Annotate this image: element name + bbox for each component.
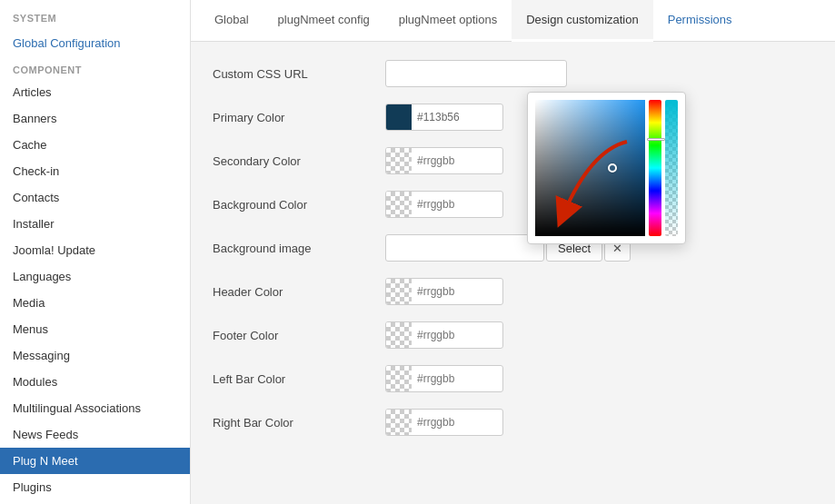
sidebar-item-banners[interactable]: Banners (0, 105, 190, 132)
tab-global[interactable]: Global (200, 0, 263, 42)
sidebar-item-plug-n-meet[interactable]: Plug N Meet (0, 448, 190, 474)
color-text-input-1[interactable] (412, 111, 493, 124)
sidebar-item-contacts[interactable]: Contacts (0, 184, 190, 211)
form-label-7: Left Bar Color (213, 372, 385, 386)
color-swatch-5 (386, 279, 412, 304)
sidebar-item-multilingual-associations[interactable]: Multilingual Associations (0, 395, 190, 421)
form-row-7: Left Bar Color (213, 365, 813, 392)
alpha-strip[interactable] (665, 100, 678, 236)
form-row-6: Footer Color (213, 321, 813, 349)
form-row-4: Background imageSelect✕ (213, 234, 813, 262)
component-section-label: COMPONENT (0, 52, 190, 79)
form-control-0 (385, 60, 567, 87)
form-row-5: Header Color (213, 278, 813, 305)
form-label-6: Footer Color (213, 329, 385, 342)
sidebar-item-cache[interactable]: Cache (0, 132, 190, 158)
form-label-2: Secondary Color (213, 154, 385, 168)
color-input-wrapper-6[interactable] (385, 321, 503, 349)
color-picker-gradient[interactable] (535, 100, 645, 236)
form-control-2 (385, 147, 503, 174)
color-text-input-7[interactable] (412, 372, 493, 385)
sidebar-item-installer[interactable]: Installer (0, 211, 190, 237)
form-control-6 (385, 321, 503, 349)
color-input-wrapper-5[interactable] (385, 278, 503, 305)
color-swatch-6 (386, 322, 412, 348)
sidebar-item-languages[interactable]: Languages (0, 263, 190, 290)
tab-plugnmeet-options[interactable]: plugNmeet options (384, 0, 512, 42)
color-swatch-7 (386, 366, 412, 391)
color-text-input-5[interactable] (412, 285, 493, 298)
sidebar-item-messaging[interactable]: Messaging (0, 342, 190, 369)
form-control-1 (385, 104, 503, 131)
form-area: Custom CSS URLPrimary ColorSecondary Col… (191, 42, 835, 470)
form-row-2: Secondary Color (213, 147, 813, 174)
form-row-8: Right Bar Color (213, 409, 813, 436)
sidebar-item-media[interactable]: Media (0, 290, 190, 316)
system-section-label: SYSTEM (0, 0, 190, 27)
sidebar-item-post-installation-messages[interactable]: Post-installation Messages (0, 500, 190, 504)
color-input-wrapper-7[interactable] (385, 365, 503, 392)
color-gradient-bg[interactable] (535, 100, 645, 236)
form-label-1: Primary Color (213, 111, 385, 124)
sidebar-item-modules[interactable]: Modules (0, 369, 190, 395)
form-control-3 (385, 191, 503, 218)
color-swatch-2 (386, 148, 412, 173)
form-label-5: Header Color (213, 285, 385, 299)
hue-strip[interactable] (649, 100, 661, 236)
tab-bar: GlobalplugNmeet configplugNmeet optionsD… (191, 0, 835, 42)
form-label-3: Background Color (213, 198, 385, 212)
color-input-wrapper-2[interactable] (385, 147, 503, 174)
form-control-7 (385, 365, 503, 392)
hue-cursor (647, 138, 665, 141)
form-row-1: Primary Color (213, 104, 813, 131)
tab-permissions[interactable]: Permissions (653, 0, 747, 42)
css-url-input[interactable] (385, 60, 567, 87)
color-input-wrapper-1[interactable] (385, 104, 503, 131)
form-control-5 (385, 278, 503, 305)
color-swatch-3 (386, 192, 412, 217)
color-text-input-3[interactable] (412, 198, 493, 211)
form-row-0: Custom CSS URL (213, 60, 813, 87)
sidebar-item-menus[interactable]: Menus (0, 316, 190, 342)
sidebar-item-check-in[interactable]: Check-in (0, 158, 190, 184)
form-label-4: Background image (213, 242, 385, 255)
form-label-0: Custom CSS URL (213, 67, 385, 81)
color-text-input-2[interactable] (412, 154, 493, 167)
form-control-8 (385, 409, 503, 436)
color-text-input-8[interactable] (412, 416, 493, 429)
sidebar-item-news-feeds[interactable]: News Feeds (0, 421, 190, 448)
sidebar-item-plugins[interactable]: Plugins (0, 474, 190, 500)
color-picker-cursor (608, 163, 617, 173)
sidebar: SYSTEM Global Configuration COMPONENT Ar… (0, 0, 191, 504)
sidebar-item-articles[interactable]: Articles (0, 79, 190, 105)
color-input-wrapper-8[interactable] (385, 409, 503, 436)
form-label-8: Right Bar Color (213, 416, 385, 430)
sidebar-item-joomla!-update[interactable]: Joomla! Update (0, 237, 190, 263)
sidebar-item-global-config[interactable]: Global Configuration (0, 27, 190, 52)
color-picker-popup[interactable] (527, 92, 686, 244)
bg-image-input[interactable] (385, 234, 544, 262)
form-row-3: Background Color (213, 191, 813, 218)
color-input-wrapper-3[interactable] (385, 191, 503, 218)
tab-design-customization[interactable]: Design customization (512, 0, 653, 42)
tab-plugnmeet-config[interactable]: plugNmeet config (263, 0, 384, 42)
main-content: GlobalplugNmeet configplugNmeet optionsD… (191, 0, 835, 504)
color-swatch-1 (386, 104, 412, 130)
color-swatch-8 (386, 410, 412, 435)
color-text-input-6[interactable] (412, 329, 493, 341)
